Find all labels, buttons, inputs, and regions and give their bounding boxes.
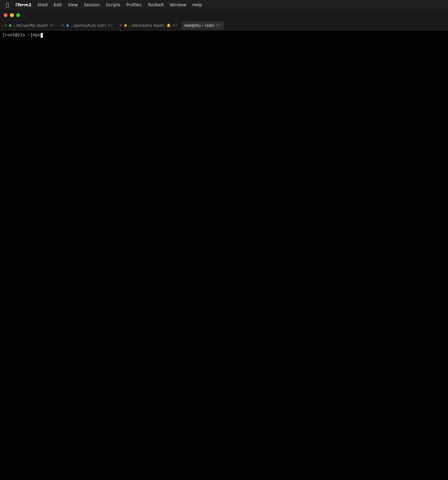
tab-2-shortcut: ⌘2 — [107, 23, 113, 27]
traffic-light-close[interactable] — [4, 13, 8, 17]
tab-3[interactable]: ✕ ...ntent/extra (bash) 🔔 ⌘3 — [117, 21, 181, 30]
menu-scripts[interactable]: Scripts — [103, 0, 123, 10]
menu-session[interactable]: Session — [81, 0, 103, 10]
tab-1-label: ...04:/var/ftp (bash) — [13, 23, 48, 28]
menu-view[interactable]: View — [65, 0, 81, 10]
terminal-prompt-line: [root@zls ~]# ps — [2, 32, 446, 38]
tab-1-status-dot — [9, 24, 11, 27]
menu-help[interactable]: Help — [189, 0, 205, 10]
titlebar — [0, 10, 448, 20]
apple-menu[interactable]:  — [2, 0, 13, 10]
tab-2-close-icon[interactable]: ✕ — [62, 23, 64, 27]
menu-shell[interactable]: Shell — [35, 0, 51, 10]
tab-4-label: root@zls:~ (ssh) — [184, 23, 214, 28]
tab-1-shortcut-text: ⌘1 — [50, 23, 55, 27]
menu-window[interactable]: Window — [167, 0, 189, 10]
menu-toolbelt[interactable]: Toolbelt — [145, 0, 167, 10]
menubar:  iTerm2 Shell Edit View Session Scripts… — [0, 0, 448, 10]
tabs-bar: ✕ ...04:/var/ftp (bash) ⌘1 ✕ .../games/f… — [0, 20, 448, 31]
tab-3-shortcut: ⌘3 — [172, 23, 178, 27]
tab-1-shortcut: ⌘1 — [50, 23, 55, 27]
traffic-light-minimize[interactable] — [10, 13, 14, 17]
tab-2-status-dot — [66, 24, 69, 27]
tab-2[interactable]: ✕ .../games/fuck (ssh) ⌘2 — [59, 21, 116, 30]
menu-profiles[interactable]: Profiles — [123, 0, 145, 10]
prompt-text: [root@zls ~]# — [2, 32, 35, 38]
traffic-light-maximize[interactable] — [16, 13, 20, 17]
tab-1-close-icon[interactable]: ✕ — [4, 23, 7, 27]
menu-edit[interactable]: Edit — [51, 0, 65, 10]
terminal-cursor — [41, 33, 43, 38]
app-name[interactable]: iTerm2 — [13, 0, 35, 10]
tab-3-bell-icon: 🔔 — [167, 23, 171, 27]
tab-2-label: .../games/fuck (ssh) — [70, 23, 106, 28]
tab-1[interactable]: ✕ ...04:/var/ftp (bash) ⌘1 — [1, 21, 58, 30]
tab-3-close-icon[interactable]: ✕ — [120, 23, 122, 27]
tab-3-label: ...ntent/extra (bash) — [128, 23, 165, 28]
tab-4-shortcut-text: ⌘4 — [216, 23, 221, 27]
tab-4-shortcut: ⌘4 — [216, 23, 221, 27]
tab-4[interactable]: root@zls:~ (ssh) ⌘4 — [181, 21, 224, 30]
terminal-area[interactable]: [root@zls ~]# ps — [0, 31, 448, 480]
tab-3-status-dot — [124, 24, 127, 27]
tab-2-shortcut-text: ⌘2 — [107, 23, 113, 27]
terminal-command: ps — [35, 32, 40, 38]
tab-3-shortcut-text: ⌘3 — [172, 23, 178, 27]
